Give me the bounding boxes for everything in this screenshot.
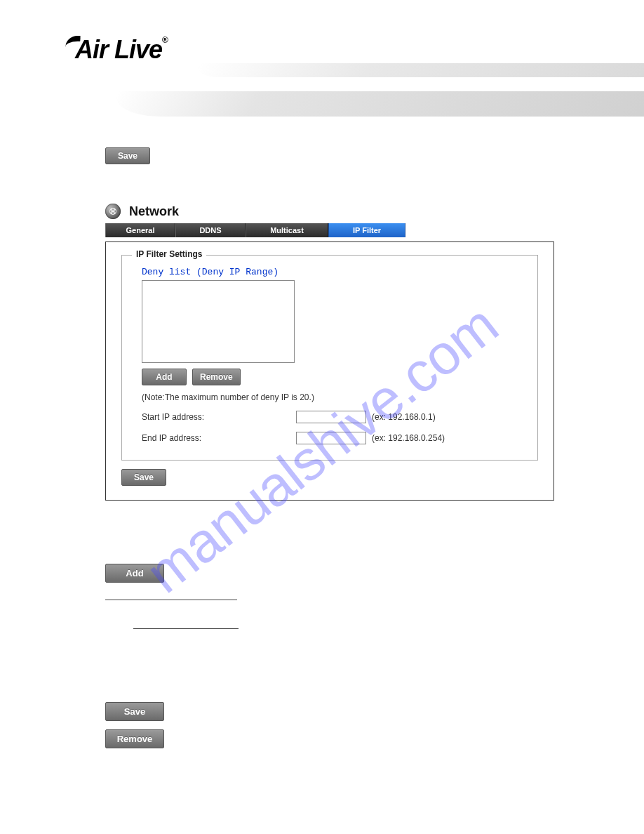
section-title: Network (129, 204, 179, 219)
divider-1 (105, 600, 237, 600)
panel-save-button[interactable]: Save (121, 469, 166, 486)
lower-save-button-label: Save (124, 706, 145, 717)
remove-button-label: Remove (200, 372, 233, 382)
save-button-top[interactable]: Save (105, 147, 150, 164)
registered-mark: ® (162, 35, 168, 45)
tab-ddns[interactable]: DDNS (175, 223, 246, 237)
start-ip-input[interactable] (296, 411, 366, 423)
fieldset-legend: IP Filter Settings (132, 249, 206, 259)
decor-swoosh-1 (191, 63, 644, 77)
page-header: Air Live® (0, 0, 644, 126)
deny-list-label: Deny list (Deny IP Range) (142, 267, 521, 277)
decor-swoosh-2 (104, 91, 644, 117)
tab-multicast[interactable]: Multicast (246, 223, 328, 237)
network-icon (105, 204, 121, 219)
start-ip-label: Start IP address: (142, 412, 296, 422)
brand-logo: Air Live® (67, 35, 168, 65)
lower-remove-button-label: Remove (117, 734, 153, 744)
add-button[interactable]: Add (142, 369, 187, 385)
end-ip-label: End IP address: (142, 433, 296, 443)
tab-bar: GeneralDDNSMulticastIP Filter (105, 223, 405, 237)
tab-ip-filter[interactable]: IP Filter (328, 223, 405, 237)
lower-remove-button[interactable]: Remove (105, 729, 164, 748)
add-button-label: Add (156, 372, 172, 382)
tab-label: IP Filter (353, 226, 381, 234)
tab-general[interactable]: General (105, 223, 175, 237)
tab-label: DDNS (199, 226, 221, 234)
end-ip-hint: (ex: 192.168.0.254) (372, 433, 445, 443)
lower-add-button[interactable]: Add (105, 564, 164, 583)
deny-list-box[interactable] (142, 280, 295, 363)
tab-label: Multicast (270, 226, 304, 234)
brand-text: Air Live (75, 35, 162, 64)
save-button-top-label: Save (118, 151, 137, 161)
panel-save-button-label: Save (134, 472, 154, 482)
remove-button[interactable]: Remove (192, 369, 241, 385)
deny-list-note: (Note:The maximum number of deny IP is 2… (142, 392, 521, 402)
lower-add-button-label: Add (126, 568, 143, 578)
start-ip-hint: (ex: 192.168.0.1) (372, 412, 436, 422)
ip-filter-fieldset: IP Filter Settings Deny list (Deny IP Ra… (121, 255, 538, 461)
lower-save-button[interactable]: Save (105, 702, 164, 721)
ip-filter-panel: IP Filter Settings Deny list (Deny IP Ra… (105, 241, 554, 501)
tab-label: General (126, 226, 155, 234)
end-ip-input[interactable] (296, 432, 366, 444)
